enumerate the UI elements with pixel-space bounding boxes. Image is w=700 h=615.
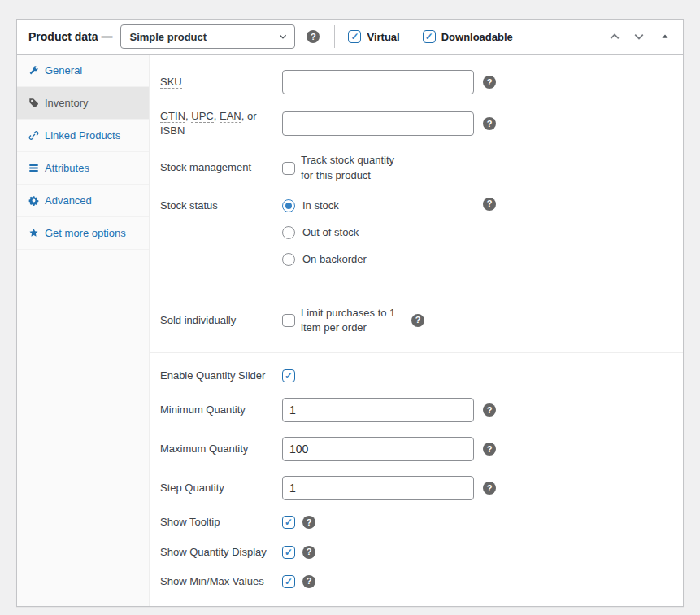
enable-quantity-slider-field: Enable Quantity Slider bbox=[160, 361, 672, 390]
sku-field: SKU ? bbox=[160, 63, 672, 102]
inventory-options-group: SKU ? GTIN, UPC, EAN, or ISBN ? Stock ma… bbox=[150, 55, 683, 290]
sold-individually-label: Sold individually bbox=[160, 313, 282, 328]
virtual-label: Virtual bbox=[367, 31, 399, 43]
tab-label-general: General bbox=[45, 64, 82, 76]
show-minmax-field: Show Min/Max Values ? bbox=[160, 567, 672, 596]
show-tooltip-label: Show Tooltip bbox=[160, 515, 282, 530]
track-stock-checkbox-label[interactable]: Track stock quantity for this product bbox=[282, 153, 404, 182]
step-quantity-input[interactable] bbox=[282, 476, 474, 500]
sold-individually-group: Sold individually Limit purchases to 1 i… bbox=[150, 290, 683, 352]
show-minmax-checkbox[interactable] bbox=[282, 575, 295, 588]
tab-general[interactable]: General bbox=[17, 55, 149, 87]
tab-label-attributes: Attributes bbox=[45, 162, 89, 174]
out-of-stock-radio[interactable] bbox=[282, 226, 295, 239]
stock-status-out-of-stock[interactable]: Out of stock bbox=[282, 226, 474, 239]
tab-label-get-more-options: Get more options bbox=[45, 227, 126, 239]
gtin-field: GTIN, UPC, EAN, or ISBN ? bbox=[160, 102, 672, 146]
enable-quantity-slider-checkbox[interactable] bbox=[282, 369, 295, 382]
sku-label: SKU bbox=[160, 75, 282, 89]
help-icon[interactable]: ? bbox=[302, 575, 315, 588]
wrench-icon bbox=[28, 65, 39, 76]
product-data-header: Product data — Simple product ? Virtual … bbox=[17, 20, 683, 55]
gear-icon bbox=[28, 195, 39, 206]
gtin-label: GTIN, UPC, EAN, or ISBN bbox=[160, 109, 282, 138]
quantity-slider-group: Enable Quantity Slider Minimum Quantity … bbox=[150, 352, 683, 606]
help-icon[interactable]: ? bbox=[411, 314, 424, 327]
in-stock-text: In stock bbox=[302, 199, 339, 212]
on-backorder-text: On backorder bbox=[302, 253, 367, 265]
product-type-select[interactable]: Simple product bbox=[120, 24, 295, 49]
header-actions bbox=[605, 28, 673, 45]
stock-status-label: Stock status bbox=[160, 198, 282, 213]
show-tooltip-field: Show Tooltip ? bbox=[160, 508, 672, 537]
show-quantity-display-checkbox[interactable] bbox=[282, 546, 295, 559]
stock-status-field: Stock status In stock Out of stock bbox=[160, 190, 672, 273]
panel-title: Product data — bbox=[28, 30, 112, 43]
stock-management-label: Stock management bbox=[160, 160, 282, 175]
sold-individually-checkbox[interactable] bbox=[282, 314, 295, 327]
product-type-select-wrap: Simple product bbox=[120, 24, 295, 49]
help-icon[interactable]: ? bbox=[483, 117, 496, 130]
show-quantity-display-label: Show Quantity Display bbox=[160, 545, 282, 560]
stock-status-in-stock[interactable]: In stock bbox=[282, 199, 474, 212]
on-backorder-radio[interactable] bbox=[282, 253, 295, 266]
help-icon[interactable]: ? bbox=[307, 30, 320, 43]
downloadable-checkbox[interactable] bbox=[423, 30, 436, 43]
header-divider bbox=[334, 25, 335, 48]
help-icon[interactable]: ? bbox=[483, 482, 496, 495]
stock-management-field: Stock management Track stock quantity fo… bbox=[160, 146, 672, 190]
minimum-quantity-field: Minimum Quantity ? bbox=[160, 390, 672, 430]
inventory-panel: SKU ? GTIN, UPC, EAN, or ISBN ? Stock ma… bbox=[150, 55, 683, 606]
attributes-icon bbox=[28, 163, 39, 173]
move-up-button[interactable] bbox=[605, 28, 624, 45]
tab-label-advanced: Advanced bbox=[45, 194, 92, 207]
tag-icon bbox=[28, 98, 39, 108]
help-icon[interactable]: ? bbox=[302, 516, 315, 529]
minimum-quantity-label: Minimum Quantity bbox=[160, 403, 282, 417]
product-data-tabs: General Inventory Linked Products bbox=[17, 55, 150, 606]
tab-linked-products[interactable]: Linked Products bbox=[17, 120, 149, 152]
show-minmax-label: Show Min/Max Values bbox=[160, 574, 282, 589]
show-quantity-display-field: Show Quantity Display ? bbox=[160, 538, 672, 567]
downloadable-label: Downloadable bbox=[441, 31, 513, 43]
tab-inventory[interactable]: Inventory bbox=[17, 87, 149, 120]
star-icon bbox=[28, 228, 39, 238]
link-icon bbox=[28, 130, 39, 141]
product-data-body: General Inventory Linked Products bbox=[17, 55, 683, 606]
tab-advanced[interactable]: Advanced bbox=[17, 185, 149, 217]
help-icon[interactable]: ? bbox=[483, 76, 496, 89]
track-stock-checkbox[interactable] bbox=[282, 162, 295, 175]
sold-individually-text: Limit purchases to 1 item per order bbox=[301, 306, 396, 335]
virtual-checkbox-label[interactable]: Virtual bbox=[348, 30, 399, 43]
help-icon[interactable]: ? bbox=[483, 443, 496, 456]
tab-label-linked-products: Linked Products bbox=[45, 129, 120, 142]
sku-input[interactable] bbox=[282, 70, 474, 94]
help-icon[interactable]: ? bbox=[302, 546, 315, 559]
sold-individually-checkbox-label[interactable]: Limit purchases to 1 item per order bbox=[282, 306, 404, 335]
in-stock-radio[interactable] bbox=[282, 199, 295, 212]
step-quantity-field: Step Quantity ? bbox=[160, 469, 672, 508]
step-quantity-label: Step Quantity bbox=[160, 481, 282, 495]
tab-label-inventory: Inventory bbox=[45, 97, 88, 109]
enable-quantity-slider-label: Enable Quantity Slider bbox=[160, 369, 282, 383]
move-down-button[interactable] bbox=[629, 28, 649, 45]
downloadable-checkbox-label[interactable]: Downloadable bbox=[423, 30, 513, 43]
maximum-quantity-input[interactable] bbox=[282, 437, 474, 461]
toggle-panel-button[interactable] bbox=[657, 30, 673, 43]
virtual-checkbox[interactable] bbox=[348, 30, 361, 43]
out-of-stock-text: Out of stock bbox=[302, 226, 359, 238]
help-icon[interactable]: ? bbox=[483, 198, 496, 211]
gtin-input[interactable] bbox=[282, 111, 474, 136]
stock-status-on-backorder[interactable]: On backorder bbox=[282, 253, 474, 266]
product-data-panel: Product data — Simple product ? Virtual … bbox=[16, 19, 684, 607]
maximum-quantity-label: Maximum Quantity bbox=[160, 442, 282, 456]
maximum-quantity-field: Maximum Quantity ? bbox=[160, 430, 672, 469]
show-tooltip-checkbox[interactable] bbox=[282, 516, 295, 529]
tab-get-more-options[interactable]: Get more options bbox=[17, 217, 149, 250]
track-stock-text: Track stock quantity for this product bbox=[301, 153, 396, 182]
minimum-quantity-input[interactable] bbox=[282, 398, 474, 422]
help-icon[interactable]: ? bbox=[483, 403, 496, 417]
sold-individually-field: Sold individually Limit purchases to 1 i… bbox=[160, 299, 672, 342]
tab-attributes[interactable]: Attributes bbox=[17, 152, 149, 185]
stock-status-radio-group: In stock Out of stock On backorder bbox=[282, 198, 474, 266]
